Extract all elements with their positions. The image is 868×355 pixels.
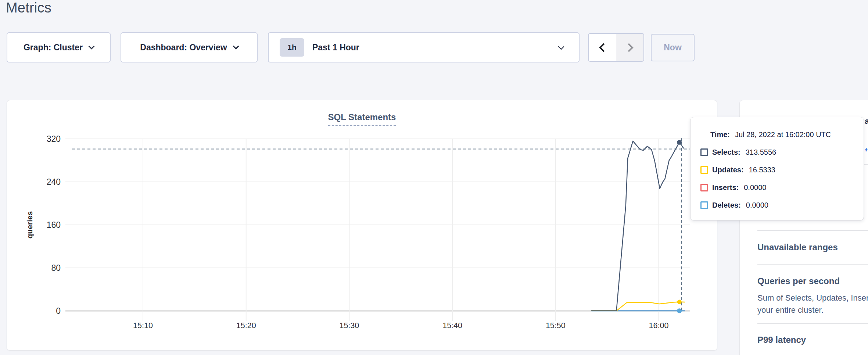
tooltip-deletes-value: 0.0000	[746, 201, 768, 209]
svg-text:0: 0	[56, 306, 61, 316]
tooltip-selects-value: 313.5556	[746, 148, 776, 157]
clipped-sidebar-divider-fragment	[864, 164, 868, 165]
tooltip-inserts-row: Inserts: 0.0000	[700, 179, 864, 196]
svg-text:15:30: 15:30	[339, 321, 359, 330]
tooltip-time-label: Time:	[710, 130, 730, 139]
tooltip-updates-label: Updates:	[712, 166, 744, 174]
svg-text:80: 80	[51, 263, 61, 273]
deletes-series-swatch-icon	[700, 201, 708, 209]
tooltip-deletes-label: Deletes:	[712, 201, 741, 209]
svg-text:240: 240	[47, 177, 61, 187]
svg-text:16:00: 16:00	[649, 321, 669, 330]
clipped-sidebar-text-fragment: a	[865, 116, 868, 126]
svg-text:queries: queries	[25, 211, 34, 239]
tooltip-updates-value: 16.5333	[749, 166, 775, 174]
svg-text:160: 160	[47, 220, 61, 230]
tooltip-time-row: Time: Jul 28, 2022 at 16:02:00 UTC	[700, 126, 864, 143]
svg-text:15:40: 15:40	[442, 321, 462, 330]
tooltip-inserts-label: Inserts:	[712, 183, 739, 192]
tooltip-selects-row: Selects: 313.5556	[700, 143, 864, 161]
svg-text:15:20: 15:20	[236, 321, 256, 330]
clipped-sidebar-link-fragment: t	[865, 146, 868, 151]
svg-text:320: 320	[47, 134, 61, 144]
tooltip-time-value: Jul 28, 2022 at 16:02:00 UTC	[735, 130, 831, 139]
selects-series-swatch-icon	[700, 148, 708, 156]
updates-series-swatch-icon	[700, 166, 708, 174]
tooltip-deletes-row: Deletes: 0.0000	[700, 196, 864, 214]
svg-text:15:10: 15:10	[133, 321, 153, 330]
inserts-series-swatch-icon	[700, 184, 708, 191]
chart-tooltip: Time: Jul 28, 2022 at 16:02:00 UTC Selec…	[690, 117, 864, 220]
tooltip-updates-row: Updates: 16.5333	[700, 161, 864, 179]
tooltip-inserts-value: 0.0000	[744, 183, 766, 192]
svg-text:15:50: 15:50	[546, 321, 566, 330]
tooltip-selects-label: Selects:	[712, 148, 740, 157]
